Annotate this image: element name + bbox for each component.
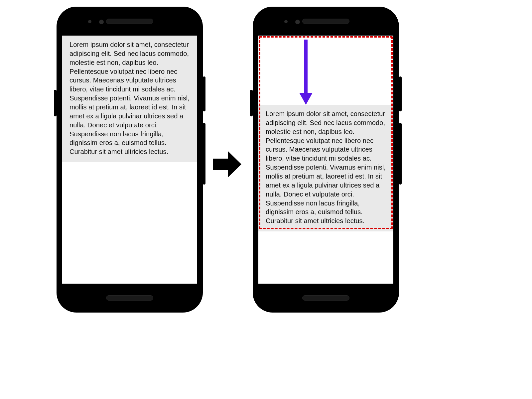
home-pill <box>106 295 153 301</box>
content-text-block: Lorem ipsum dolor sit amet, consectetur … <box>62 36 197 162</box>
svg-marker-0 <box>213 151 241 177</box>
svg-marker-2 <box>299 93 313 105</box>
content-text-block: Lorem ipsum dolor sit amet, consectetur … <box>258 105 393 231</box>
phone-screen: Lorem ipsum dolor sit amet, consectetur … <box>258 36 393 284</box>
power-button <box>399 76 402 111</box>
earpiece-speaker <box>302 19 349 24</box>
volume-button <box>203 123 205 185</box>
side-button <box>250 90 253 116</box>
volume-button <box>399 123 402 185</box>
diagram-stage: Lorem ipsum dolor sit amet, consectetur … <box>0 0 532 399</box>
earpiece-speaker <box>106 19 153 24</box>
transition-arrow-icon <box>213 151 241 179</box>
phone-after: Lorem ipsum dolor sit amet, consectetur … <box>253 7 399 313</box>
front-camera <box>99 20 104 24</box>
downward-arrow-icon <box>298 40 314 106</box>
power-button <box>203 76 205 111</box>
front-camera <box>295 20 300 24</box>
side-button <box>54 90 57 116</box>
phone-before: Lorem ipsum dolor sit amet, consectetur … <box>57 7 203 313</box>
home-pill <box>302 295 349 301</box>
phone-screen: Lorem ipsum dolor sit amet, consectetur … <box>62 36 197 284</box>
